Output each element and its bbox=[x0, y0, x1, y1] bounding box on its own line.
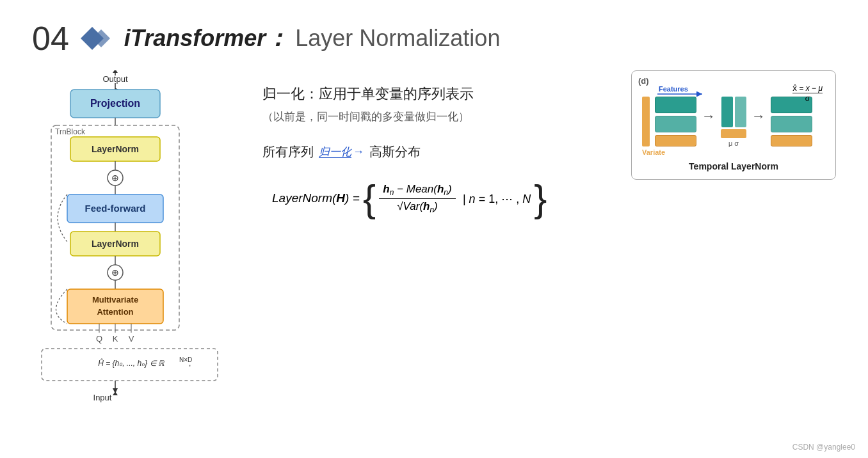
svg-text:LayerNorm: LayerNorm bbox=[92, 239, 139, 249]
variate-label: Variate bbox=[642, 148, 828, 156]
svg-text:⊕: ⊕ bbox=[111, 267, 119, 278]
svg-text:Ĥ = {h₀, ..., hₙ} ∈ ℝ: Ĥ = {h₀, ..., hₙ} ∈ ℝ bbox=[98, 358, 165, 368]
svg-text:Attention: Attention bbox=[97, 307, 133, 317]
svg-text:LayerNorm: LayerNorm bbox=[92, 144, 139, 154]
formula-text: x̂ = bbox=[792, 84, 806, 93]
subtitle-text: Layer Normalization bbox=[289, 25, 500, 51]
right-brace: } bbox=[534, 177, 547, 220]
temporal-diagram-title: Temporal LayerNorm bbox=[639, 161, 828, 171]
architecture-diagram: Output Project bbox=[32, 70, 224, 403]
mu-label: μ bbox=[728, 139, 732, 147]
right-content: (d) Features x̂ = x − μ σ bbox=[256, 70, 836, 406]
svg-text:Projection: Projection bbox=[90, 98, 140, 109]
middle-arrow: → bbox=[702, 108, 716, 125]
variate-bar bbox=[642, 97, 650, 146]
slide-header: 04 iTransformer： Layer Normalization bbox=[32, 19, 836, 58]
svg-text:K: K bbox=[113, 334, 118, 344]
features-arrow bbox=[657, 90, 709, 98]
svg-text:,: , bbox=[189, 359, 191, 368]
svg-text:Q: Q bbox=[96, 334, 102, 344]
main-content: Output Project bbox=[32, 70, 836, 406]
index-var: n bbox=[469, 193, 476, 205]
layernorm-fraction: hn − Mean(hn) √Var(hn) bbox=[379, 183, 455, 215]
right-arrow: → bbox=[751, 108, 766, 125]
equals: = 1, ⋯ , bbox=[479, 193, 523, 205]
svg-text:Output: Output bbox=[102, 74, 127, 84]
arrow-right-icon: → bbox=[353, 145, 364, 159]
mu-sigma-area: μ σ bbox=[721, 97, 746, 147]
itransformer-text: iTransformer： bbox=[124, 25, 289, 51]
header-title: iTransformer： Layer Normalization bbox=[124, 23, 501, 54]
numerator: hn − Mean(hn) bbox=[379, 183, 455, 199]
normalize-arrow-area: 归一化 → bbox=[319, 145, 364, 159]
svg-marker-5 bbox=[113, 70, 118, 73]
svg-text:TrnBlock: TrnBlock bbox=[55, 127, 86, 136]
input-blocks bbox=[655, 97, 696, 146]
output-blocks bbox=[771, 97, 812, 146]
gaussian-suffix: 高斯分布 bbox=[369, 143, 421, 161]
svg-text:Feed-forward: Feed-forward bbox=[84, 203, 145, 214]
slide-number: 04 bbox=[32, 19, 69, 58]
slide-container: 04 iTransformer： Layer Normalization Out… bbox=[0, 0, 868, 458]
svg-text:V: V bbox=[129, 334, 134, 344]
denominator: √Var(hn) bbox=[393, 199, 442, 214]
diamond-icon bbox=[81, 27, 113, 50]
pipe: | bbox=[463, 193, 469, 205]
n-var: N bbox=[522, 193, 531, 205]
left-brace: { bbox=[363, 177, 376, 220]
svg-text:Multivariate: Multivariate bbox=[92, 295, 138, 304]
fraction-area: hn − Mean(hn) √Var(hn) bbox=[379, 191, 459, 205]
norm-formula: x̂ = x − μ σ bbox=[792, 84, 823, 103]
gaussian-prefix: 所有序列 bbox=[262, 143, 314, 161]
layernorm-formula: LayerNorm(H) = { hn − Mean(hn) √Var(hn) … bbox=[262, 173, 836, 225]
diagram-area: Output Project bbox=[32, 70, 237, 406]
svg-marker-42 bbox=[113, 391, 118, 395]
svg-text:Input: Input bbox=[93, 393, 112, 402]
sigma-label: σ bbox=[734, 139, 739, 147]
condition: | n = 1, ⋯ , N bbox=[463, 193, 534, 205]
normalize-text: 归一化 bbox=[319, 145, 351, 159]
formula-prefix: LayerNorm(H) = bbox=[272, 191, 363, 205]
temporal-diagram: (d) Features x̂ = x − μ σ bbox=[631, 70, 836, 180]
watermark: CSDN @yanglee0 bbox=[792, 443, 855, 452]
svg-text:⊕: ⊕ bbox=[111, 173, 119, 183]
